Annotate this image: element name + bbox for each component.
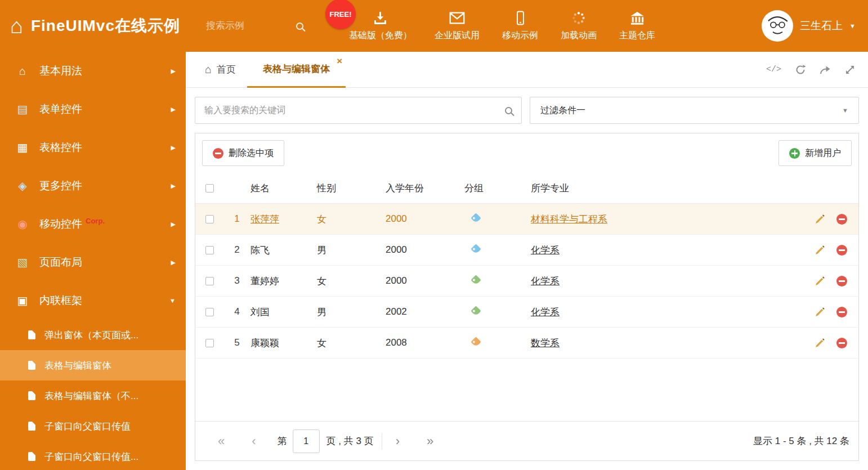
share-icon[interactable] (820, 65, 831, 75)
header-search-input[interactable] (206, 20, 296, 32)
search-icon[interactable] (296, 23, 303, 30)
row-checkbox[interactable] (205, 308, 214, 316)
tab-grid-edit-window[interactable]: 表格与编辑窗体 × (247, 52, 346, 88)
first-page-icon[interactable]: « (204, 435, 238, 447)
major-link[interactable]: 化学系 (531, 306, 797, 319)
sidebar-item-mobile-controls[interactable]: ◉ 移动控件 Corp. ▶ (0, 205, 186, 243)
row-actions (797, 338, 858, 348)
column-gender: 性别 (317, 182, 386, 195)
expand-icon[interactable] (844, 64, 856, 75)
delete-icon[interactable] (836, 214, 847, 225)
sidebar-item-label: 内联框架 (39, 293, 82, 308)
corp-badge: Corp. (86, 217, 105, 225)
tag-icon (471, 275, 481, 285)
user-menu[interactable]: 三生石上 ▼ (762, 10, 856, 42)
tag-icon (471, 244, 481, 254)
file-icon (28, 422, 35, 431)
major-link[interactable]: 材料科学与工程系 (531, 213, 797, 226)
nav-loading-animation[interactable]: 加载动画 (561, 10, 597, 42)
prev-page-icon[interactable]: ‹ (238, 435, 269, 447)
sidebar-subitem[interactable]: 子窗口向父窗口传值... (0, 441, 186, 470)
search-icon[interactable] (505, 107, 512, 114)
refresh-icon[interactable] (795, 64, 806, 75)
add-user-button[interactable]: 新增用户 (778, 140, 852, 166)
delete-icon[interactable] (836, 276, 847, 287)
sidebar-item-form-controls[interactable]: ▤ 表单控件 ▶ (0, 90, 186, 128)
row-index: 1 (223, 213, 250, 225)
code-icon[interactable]: </> (766, 65, 781, 74)
page-prefix: 第 (278, 435, 287, 447)
form-icon: ▤ (15, 102, 30, 116)
delete-icon[interactable] (836, 245, 847, 256)
sidebar-item-more-controls[interactable]: ◈ 更多控件 ▶ (0, 167, 186, 205)
keyword-search-input[interactable] (204, 105, 505, 115)
close-icon[interactable]: × (337, 56, 342, 67)
sidebar-item-grid-controls[interactable]: ▦ 表格控件 ▶ (0, 128, 186, 167)
major-link[interactable]: 数学系 (531, 337, 797, 350)
sidebar-item-basic-usage[interactable]: ⌂ 基本用法 ▶ (0, 52, 186, 90)
table-row[interactable]: 1 张萍萍 女 2000 材料科学与工程系 (195, 204, 858, 235)
pagination-summary: 显示 1 - 5 条 , 共 12 条 (753, 435, 849, 447)
cell-year: 2000 (386, 244, 464, 256)
edit-icon[interactable] (815, 214, 825, 225)
row-checkbox[interactable] (205, 277, 214, 285)
column-name: 姓名 (250, 182, 317, 195)
nav-label: 加载动画 (561, 30, 597, 42)
edit-icon[interactable] (815, 245, 825, 256)
major-link[interactable]: 化学系 (531, 275, 797, 288)
add-user-label: 新增用户 (805, 147, 841, 159)
tag-icon (471, 213, 481, 223)
table-header: 姓名 性别 入学年份 分组 所学专业 (195, 173, 858, 204)
sidebar-subitem[interactable]: 表格与编辑窗体 (0, 350, 186, 381)
edit-icon[interactable] (815, 338, 825, 348)
nav-label: 移动示例 (502, 30, 538, 42)
nav-basic-free[interactable]: FREE! 基础版（免费） (349, 10, 412, 42)
page-input[interactable] (293, 429, 320, 453)
tab-active-label: 表格与编辑窗体 (263, 62, 330, 75)
edit-icon[interactable] (815, 307, 825, 317)
sidebar-subitem[interactable]: 子窗口向父窗口传值 (0, 411, 186, 441)
plus-icon (789, 148, 800, 159)
sidebar-subitem[interactable]: 表格与编辑窗体（不... (0, 381, 186, 411)
table-row[interactable]: 2 陈飞 男 2000 化学系 (195, 235, 858, 266)
sidebar-item-page-layout[interactable]: ▧ 页面布局 ▶ (0, 243, 186, 281)
row-actions (797, 214, 858, 225)
nav-mobile-demo[interactable]: 移动示例 (502, 10, 538, 42)
frame-icon: ▣ (15, 294, 30, 307)
tab-bar: ⌂ 首页 表格与编辑窗体 × </> (186, 52, 868, 88)
app-header: ⌂ FineUIMvc在线示例 FREE! 基础版（免费） 企业版试用 移动示例 (0, 0, 868, 52)
row-checkbox[interactable] (205, 215, 214, 223)
row-index: 5 (223, 337, 250, 348)
last-page-icon[interactable]: » (413, 435, 447, 447)
keyword-search[interactable] (195, 97, 522, 124)
nav-enterprise-trial[interactable]: 企业版试用 (435, 10, 480, 42)
sidebar-subitem[interactable]: 弹出窗体（本页面或... (0, 320, 186, 350)
major-link[interactable]: 化学系 (531, 244, 797, 257)
select-all-checkbox[interactable] (205, 184, 214, 193)
row-checkbox[interactable] (205, 246, 214, 254)
delete-icon[interactable] (836, 338, 847, 348)
chevron-down-icon: ▼ (849, 23, 856, 29)
app-home-icon[interactable]: ⌂ (10, 15, 23, 37)
sidebar-item-iframe[interactable]: ▣ 内联框架 ▼ (0, 281, 186, 320)
tab-home[interactable]: ⌂ 首页 (194, 52, 247, 88)
column-major: 所学专业 (531, 182, 797, 195)
cell-gender: 女 (317, 337, 386, 350)
delete-selected-button[interactable]: 删除选中项 (202, 140, 284, 166)
file-icon (28, 361, 35, 370)
header-search[interactable] (206, 20, 330, 32)
bank-icon (629, 10, 645, 26)
table-row[interactable]: 5 康颖颖 女 2008 数学系 (195, 328, 858, 359)
edit-icon[interactable] (815, 276, 825, 287)
delete-icon[interactable] (836, 307, 847, 317)
row-checkbox[interactable] (205, 339, 214, 347)
table-row[interactable]: 3 董婷婷 女 2000 化学系 (195, 266, 858, 297)
nav-theme-repo[interactable]: 主题仓库 (619, 10, 655, 42)
next-page-icon[interactable]: › (382, 435, 413, 447)
filter-dropdown[interactable]: 过滤条件一 ▼ (530, 97, 859, 124)
cell-gender: 男 (317, 306, 386, 319)
app-title: FineUIMvc在线示例 (31, 15, 180, 37)
cell-name: 刘国 (250, 306, 317, 319)
table-row[interactable]: 4 刘国 男 2002 化学系 (195, 297, 858, 328)
page-content: 过滤条件一 ▼ 删除选中项 新增用户 (186, 88, 868, 470)
